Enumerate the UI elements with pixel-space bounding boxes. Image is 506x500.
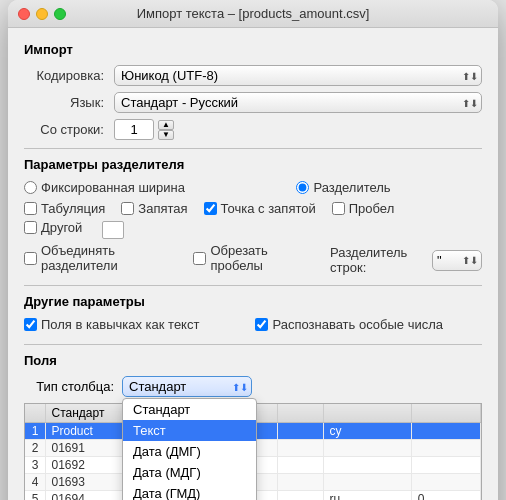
- quotes-label: Поля в кавычках как текст: [41, 317, 199, 332]
- trim-checkbox[interactable]: [193, 252, 206, 265]
- traffic-lights: [18, 8, 66, 20]
- row-cell: [411, 474, 480, 491]
- row-cell: 0: [411, 491, 480, 501]
- other-checkbox[interactable]: [24, 221, 37, 234]
- delimiter-radio[interactable]: [296, 181, 309, 194]
- separator-options-row: Табуляция Запятая Точка с запятой Пробел…: [24, 201, 482, 239]
- comma-option[interactable]: Запятая: [121, 201, 187, 216]
- row-num: 5: [25, 491, 45, 501]
- row-num: 2: [25, 440, 45, 457]
- detect-label: Распознавать особые числа: [272, 317, 443, 332]
- from-row-input[interactable]: 1: [114, 119, 154, 140]
- language-select-wrapper: Стандарт - Русский ⬆⬇: [114, 92, 482, 113]
- row-separator-label: Разделитель строк:: [330, 245, 424, 275]
- from-row-row: Со строки: 1 ▲ ▼: [24, 119, 482, 140]
- col-type-label: Тип столбца:: [24, 379, 114, 394]
- other-option[interactable]: Другой: [24, 220, 82, 235]
- quotes-as-text-option[interactable]: Поля в кавычках как текст: [24, 317, 199, 332]
- other-label: Другой: [41, 220, 82, 235]
- divider-2: [24, 285, 482, 286]
- encoding-select-wrapper: Юникод (UTF-8) ⬆⬇: [114, 65, 482, 86]
- row-cell: [411, 440, 480, 457]
- row-cell: [323, 457, 411, 474]
- import-section-title: Импорт: [24, 42, 482, 57]
- col-header-4: [411, 404, 480, 423]
- row-separator-select[interactable]: ": [432, 250, 482, 271]
- merge-option[interactable]: Объединять разделители: [24, 243, 161, 273]
- row-cell: [277, 423, 323, 440]
- row-cell: ru: [323, 491, 411, 501]
- divider-3: [24, 344, 482, 345]
- row-cell: [277, 440, 323, 457]
- from-row-label: Со строки:: [24, 122, 114, 137]
- column-type-dropdown: Стандарт Текст Дата (ДМГ) Дата (МДГ) Дат…: [122, 398, 257, 500]
- spinner-buttons: ▲ ▼: [158, 120, 174, 140]
- trim-label: Обрезать пробелы: [210, 243, 298, 273]
- row-cell: cy: [323, 423, 411, 440]
- dropdown-item-date-dmg[interactable]: Дата (ДМГ): [123, 441, 256, 462]
- fixed-width-radio[interactable]: [24, 181, 37, 194]
- column-type-row: Тип столбца: Стандарт ⬆⬇ Стандарт Текст …: [24, 376, 482, 397]
- spinner-up[interactable]: ▲: [158, 120, 174, 130]
- trim-option[interactable]: Обрезать пробелы: [193, 243, 298, 273]
- row-cell: [323, 440, 411, 457]
- row-cell: [277, 474, 323, 491]
- row-cell: [411, 457, 480, 474]
- col-header-3: [323, 404, 411, 423]
- dropdown-item-standard[interactable]: Стандарт: [123, 399, 256, 420]
- comma-label: Запятая: [138, 201, 187, 216]
- dropdown-item-text[interactable]: Текст: [123, 420, 256, 441]
- comma-checkbox[interactable]: [121, 202, 134, 215]
- window-title: Импорт текста – [products_amount.csv]: [137, 6, 370, 21]
- separator-type-row: Фиксированная ширина Разделитель: [24, 180, 482, 195]
- fixed-width-option[interactable]: Фиксированная ширина: [24, 180, 185, 195]
- language-row: Язык: Стандарт - Русский ⬆⬇: [24, 92, 482, 113]
- space-label: Пробел: [349, 201, 395, 216]
- row-separator-select-wrapper: " ⬆⬇: [432, 250, 482, 271]
- minimize-button[interactable]: [36, 8, 48, 20]
- tab-label: Табуляция: [41, 201, 105, 216]
- from-row-spinner: 1 ▲ ▼: [114, 119, 174, 140]
- col-header-num: [25, 404, 45, 423]
- quotes-checkbox[interactable]: [24, 318, 37, 331]
- row-num: 4: [25, 474, 45, 491]
- delimiter-label: Разделитель: [313, 180, 390, 195]
- dot-comma-label: Точка с запятой: [221, 201, 316, 216]
- other-separator-input[interactable]: [102, 221, 124, 239]
- detect-numbers-option[interactable]: Распознавать особые числа: [255, 317, 443, 332]
- col-type-select[interactable]: Стандарт: [122, 376, 252, 397]
- col-header-2: [277, 404, 323, 423]
- merge-label: Объединять разделители: [41, 243, 161, 273]
- encoding-row: Кодировка: Юникод (UTF-8) ⬆⬇: [24, 65, 482, 86]
- dropdown-item-date-mdg[interactable]: Дата (МДГ): [123, 462, 256, 483]
- maximize-button[interactable]: [54, 8, 66, 20]
- fields-section-title: Поля: [24, 353, 482, 368]
- merge-checkbox[interactable]: [24, 252, 37, 265]
- col-type-select-wrapper: Стандарт ⬆⬇: [122, 376, 252, 397]
- other-params-row: Поля в кавычках как текст Распознавать о…: [24, 317, 482, 336]
- delimiter-option[interactable]: Разделитель: [296, 180, 390, 195]
- tab-option[interactable]: Табуляция: [24, 201, 105, 216]
- fixed-width-label: Фиксированная ширина: [41, 180, 185, 195]
- detect-checkbox[interactable]: [255, 318, 268, 331]
- space-option[interactable]: Пробел: [332, 201, 395, 216]
- language-select[interactable]: Стандарт - Русский: [114, 92, 482, 113]
- dropdown-item-date-gmd[interactable]: Дата (ГМД): [123, 483, 256, 500]
- spinner-down[interactable]: ▼: [158, 130, 174, 140]
- space-checkbox[interactable]: [332, 202, 345, 215]
- encoding-label: Кодировка:: [24, 68, 114, 83]
- dot-comma-option[interactable]: Точка с запятой: [204, 201, 316, 216]
- row-num: 1: [25, 423, 45, 440]
- import-dialog: Импорт текста – [products_amount.csv] Им…: [8, 0, 498, 500]
- row-cell: [411, 423, 480, 440]
- close-button[interactable]: [18, 8, 30, 20]
- tab-checkbox[interactable]: [24, 202, 37, 215]
- other-params-title: Другие параметры: [24, 294, 482, 309]
- row-cell: [277, 457, 323, 474]
- dot-comma-checkbox[interactable]: [204, 202, 217, 215]
- divider-1: [24, 148, 482, 149]
- encoding-select[interactable]: Юникод (UTF-8): [114, 65, 482, 86]
- language-label: Язык:: [24, 95, 114, 110]
- separator-section-title: Параметры разделителя: [24, 157, 482, 172]
- row-cell: [277, 491, 323, 501]
